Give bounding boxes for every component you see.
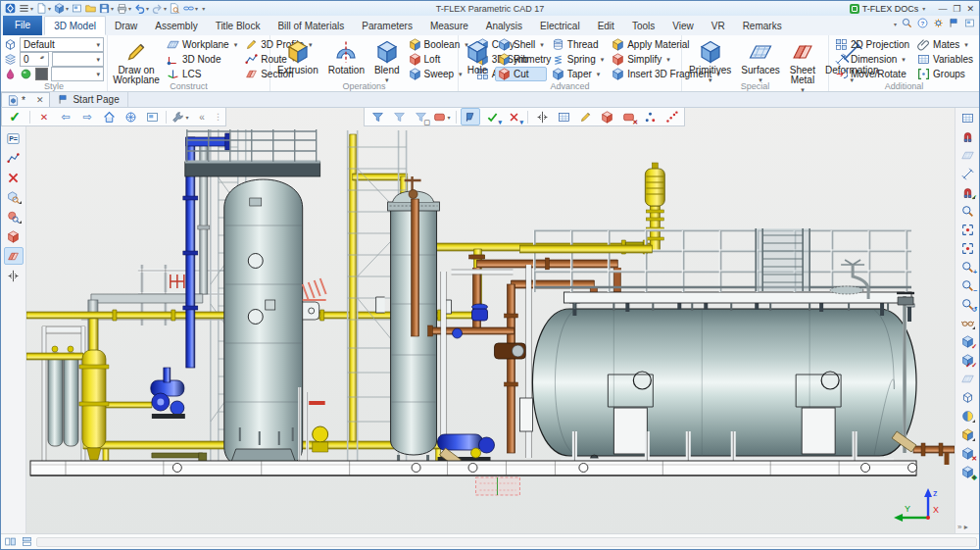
measure-elements-button[interactable] xyxy=(957,165,977,182)
snap-profile-button[interactable] xyxy=(575,108,595,125)
measure-route-button[interactable] xyxy=(4,149,24,167)
collapse-toolbar-button[interactable]: « xyxy=(192,108,212,125)
style-combo[interactable]: Default xyxy=(20,37,104,52)
full-screen-button[interactable] xyxy=(121,108,140,125)
document-tab-active[interactable]: * ✕ xyxy=(1,92,50,107)
window-layout-button[interactable] xyxy=(964,18,975,30)
hole-button[interactable]: Hole xyxy=(462,37,493,80)
select-workplanes-button[interactable] xyxy=(461,108,480,125)
minimize-button[interactable]: — xyxy=(938,4,947,14)
move-rotate-button[interactable]: Move/Rotate xyxy=(832,67,912,81)
open-document-button[interactable] xyxy=(84,2,97,15)
zoom-previous-button[interactable]: ↺ xyxy=(957,295,977,313)
tab-measure[interactable]: Measure xyxy=(421,17,477,35)
document-close-icon[interactable]: ✕ xyxy=(36,95,44,105)
zoom-extents-button[interactable] xyxy=(957,239,977,257)
tab-view[interactable]: View xyxy=(663,17,703,35)
3d-node-button[interactable]: 3D Node xyxy=(164,52,240,67)
draw-on-face-button[interactable] xyxy=(957,146,977,164)
layer-combo[interactable] xyxy=(52,52,104,67)
split-vertical-button[interactable] xyxy=(3,535,18,548)
snap-grid-button[interactable] xyxy=(554,108,573,125)
tab-bill-of-materials[interactable]: Bill of Materials xyxy=(269,17,353,35)
tab-electrical[interactable]: Electrical xyxy=(531,17,589,35)
materials-button[interactable]: ◆ xyxy=(957,463,977,480)
pump-unit-left[interactable] xyxy=(151,368,207,465)
save-document-button[interactable]: ▾ xyxy=(98,2,115,15)
close-button[interactable]: ✕ xyxy=(966,4,974,14)
zoom-window-button[interactable] xyxy=(957,221,977,238)
filter-color-button[interactable]: ▾ xyxy=(432,108,452,125)
maximize-button[interactable]: ❐ xyxy=(953,4,960,14)
mid-equipment[interactable] xyxy=(438,265,532,467)
filter-edges-button[interactable] xyxy=(389,108,409,125)
heat-exchanger-unit[interactable] xyxy=(42,326,85,467)
2d-projection-button[interactable]: 2D Projection xyxy=(832,37,912,52)
groups-button[interactable]: Groups xyxy=(914,67,976,81)
surfaces-button[interactable]: Surfaces xyxy=(737,37,783,80)
view-modes-button[interactable] xyxy=(957,314,977,331)
links-button[interactable]: ▾ xyxy=(182,2,199,15)
tab-assembly[interactable]: Assembly xyxy=(146,17,206,35)
tab-tools[interactable]: Tools xyxy=(623,17,663,35)
draw-on-workplane-button[interactable]: Draw on Workplane xyxy=(111,37,162,80)
shaded-button[interactable] xyxy=(957,425,977,443)
help-button[interactable] xyxy=(917,18,928,30)
variables-button[interactable]: Variables xyxy=(914,52,976,67)
tab-parameters[interactable]: Parameters xyxy=(353,17,421,35)
transparency-button[interactable] xyxy=(4,227,24,245)
wireframe-button[interactable] xyxy=(957,388,977,406)
psv-silencer-assembly[interactable] xyxy=(645,163,664,251)
tab-3d-model[interactable]: 3D Model xyxy=(44,16,106,35)
flag-button[interactable] xyxy=(949,18,959,30)
layer-spinner[interactable]: 0 xyxy=(20,52,49,67)
check-all-button[interactable]: ✓✓ xyxy=(957,351,977,369)
app-logo-icon[interactable] xyxy=(4,2,17,15)
column-vessel-1[interactable] xyxy=(224,179,319,471)
blend-button[interactable]: Blend xyxy=(370,37,404,80)
zoom-select-button[interactable] xyxy=(957,202,977,220)
3d-viewport[interactable]: z Y X ✓ ✕ ⇦ ⇨ ▾ « ⋮ xyxy=(26,108,955,533)
hide-elements-button[interactable]: ✕ xyxy=(957,444,977,462)
toolbar-grip[interactable]: ⋮ xyxy=(214,112,222,122)
rib-button[interactable]: Rib xyxy=(495,52,547,67)
redo-button[interactable]: ▾ xyxy=(151,2,168,15)
color-swatch[interactable] xyxy=(35,68,48,80)
new-document-button[interactable]: ▾ xyxy=(35,2,52,15)
selection-grid-button[interactable] xyxy=(957,109,977,126)
cancel-button[interactable]: ✕ xyxy=(34,108,54,125)
filter-solids-button[interactable] xyxy=(597,108,616,125)
column-vessel-2[interactable] xyxy=(376,176,452,469)
section-marker[interactable] xyxy=(476,477,520,495)
filter-faces-button[interactable]: ▢ xyxy=(411,108,430,125)
more-commands-button[interactable]: » ▸ xyxy=(957,523,968,531)
shell-button[interactable]: Shell xyxy=(495,37,547,52)
document-preview-button[interactable] xyxy=(169,2,181,15)
document-tab-start-page[interactable]: Start Page xyxy=(50,92,127,107)
new-window-button[interactable] xyxy=(142,108,162,125)
filter-nodes-button[interactable] xyxy=(640,108,660,125)
examine-solid-button[interactable] xyxy=(4,188,24,206)
primitives-button[interactable]: Primitives xyxy=(685,37,735,80)
render-modes-button[interactable] xyxy=(957,407,977,425)
3d-model-view[interactable]: z Y X xyxy=(26,108,955,533)
platform-yellow-pipe[interactable] xyxy=(519,245,652,253)
mates-button[interactable]: Mates xyxy=(914,37,976,52)
split-horizontal-button[interactable] xyxy=(20,535,34,548)
collapse-ribbon-button[interactable]: ▾ xyxy=(894,21,897,27)
tab-title-block[interactable]: Title Block xyxy=(207,17,270,35)
customize-toolbar-button[interactable]: ▾ xyxy=(200,2,206,15)
workplane-toggle-button[interactable] xyxy=(957,370,977,387)
dimension-button[interactable]: Dimension xyxy=(832,52,912,67)
sheet-metal-button[interactable]: Sheet Metal xyxy=(786,37,819,80)
spring-button[interactable]: Spring xyxy=(549,52,607,67)
tab-edit[interactable]: Edit xyxy=(589,17,623,35)
workplane-button[interactable]: Workplane xyxy=(164,37,240,52)
new-from-template-button[interactable] xyxy=(71,2,83,15)
tab-vr[interactable]: VR xyxy=(703,17,734,35)
cancel-selection-button[interactable]: ▾ xyxy=(504,108,523,125)
tab-remarks[interactable]: Remarks xyxy=(734,17,791,35)
diagnostics-button[interactable]: ▾ xyxy=(171,108,190,125)
filter-vertices-button[interactable] xyxy=(368,108,387,125)
parameters-button[interactable] xyxy=(4,129,24,147)
